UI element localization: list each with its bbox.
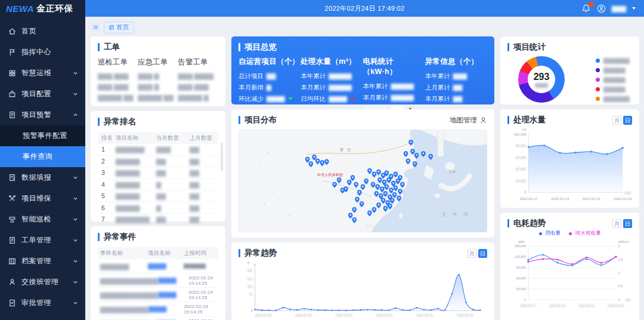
card-project-overview: 项目总览 自运营项目（个）总计项目▇▇本月新增▇环比减少▇▇▇▇处理水量（m³）… [231,36,494,104]
rank-number: 3 [98,169,116,176]
breadcrumb-tab-home[interactable]: 首页 [104,21,134,33]
card-work-order: 工单 巡检工单▇▇▇ ▇▇▇▇▇▇ ▇▇▇▇▇▇▇▇ ▇▇应急工单▇▇▇ ▇▇▇… [91,36,225,106]
chevron-down-icon [73,238,78,243]
table-scrollbar[interactable] [221,142,223,171]
masked-value: ▇▇▇ ▇ [138,72,178,79]
svg-text:150,000: 150,000 [515,244,526,248]
masked-count: ▇▇ [156,216,190,223]
username[interactable]: ▇▇▇ [612,5,626,12]
map-manage-link[interactable]: 地图管理 [450,116,487,125]
legend-item: ▇▇▇▇▇▇ [596,96,630,102]
chevron-down-icon [73,196,78,201]
masked-count: ▇▇ [156,158,190,165]
toggle-month-button[interactable]: 月 [612,219,621,228]
sidebar-item-command-center[interactable]: 指挥中心 [0,42,85,63]
masked-project-link[interactable]: ▇▇▇▇ [148,306,184,312]
table-row[interactable]: ▇▇▇▇▇▇▇▇▇▇▇▇▇▇2022-02-24 19:14:25 [98,302,218,316]
masked-count: ▇▇ [156,169,190,176]
sidebar-item-label: 智能巡检 [21,214,73,224]
toggle-day-button[interactable]: 日 [623,219,632,228]
legend-dot [596,87,600,91]
chevron-down-icon [73,70,78,76]
table-row[interactable]: 3▇▇▇▇▇▇▇▇▇ [98,167,218,179]
notification-bell-icon[interactable] [581,4,591,13]
sidebar-item-data-report[interactable]: 数据填报 [0,167,85,188]
masked-project-name: ▇▇▇▇▇ [116,204,156,211]
sidebar-item-project-config[interactable]: 项目配置 [0,84,85,104]
svg-text:2022-02-23: 2022-02-23 [614,197,632,201]
sidebar-subitem-warning-event-config[interactable]: 预警事件配置 [0,125,85,146]
doc-icon [8,111,16,119]
masked-project-link[interactable]: ▇▇▇▇ [158,291,188,298]
masked-value: ▇▇▇ ▇▇▇ [98,83,138,90]
sidebar-item-smart-ops[interactable]: 智慧运维 [0,63,85,84]
toggle-day-button[interactable]: 日 [478,249,487,258]
table-row[interactable]: ▇▇▇▇▇▇▇▇▇▇▇▇▇▇▇▇2022-02-24 19:14:25 [98,288,218,302]
sidebar-item-project-warning[interactable]: 项目预警 [0,104,85,125]
logo-company-name: 金正环保 [36,3,73,14]
rank-number: 7 [98,216,116,223]
user-avatar-icon[interactable] [597,4,606,13]
table-row[interactable]: 7▇▇▇▇▇▇▇▇▇▇▇ [98,214,218,226]
masked-count: ▇▇ [190,181,218,188]
sidebar-item-archive-mgmt[interactable]: 档案管理 [0,251,85,272]
project-stats-donut-chart: 293 ▇▇▇▇ [518,56,565,103]
sidebar-item-approval-mgmt[interactable]: 审批管理 [0,293,85,313]
collapse-sidebar-icon[interactable] [91,23,100,32]
masked-legend-label: ▇▇▇▇▇ [603,67,626,73]
masked-value: ▇ [267,84,271,91]
masked-count: ▇▇ [190,169,218,176]
work-order-column: 巡检工单▇▇▇ ▇▇▇▇▇▇ ▇▇▇▇▇▇▇▇ ▇▇ [98,57,138,104]
person-icon [8,278,16,286]
sidebar-item-home[interactable]: 首页 [0,21,85,42]
svg-text:2022-02-19: 2022-02-19 [549,304,565,307]
overview-section: 异常信息（个）本年累计▇▇▇上月累计▇▇本月累计▇▇ [425,57,487,115]
user-menu-caret-icon[interactable] [632,7,636,10]
masked-value: ▇▇ [267,73,275,79]
bag-icon [8,90,16,98]
table-row[interactable]: 4▇▇▇▇▇▇▇▇ [98,179,218,191]
masked-value: ▇▇ [453,96,462,102]
table-row[interactable]: 5▇▇▇▇▇▇▇▇▇ [98,190,218,202]
card-power-trend: 电耗趋势 月 日 用电量吨水耗电量 kWhkWh/m³150,000120,00… [500,213,639,320]
report-time: 2022-02-24 19:14:25 [188,275,218,286]
power-chart-legend: 用电量吨水耗电量 [507,230,632,237]
svg-text:2022-02-17: 2022-02-17 [520,304,536,307]
masked-project-link[interactable]: ▇▇▇▇ [158,277,188,284]
work-order-type-label: 告警工单 [178,57,218,67]
card-title: 异常排名 [98,116,218,127]
svg-text:kWh: kWh [518,240,525,244]
card-project-stats: 项目统计 293 ▇▇▇▇ ▇▇▇▇▇▇▇▇▇▇▇▇▇▇▇▇▇▇▇▇▇▇▇▇▇▇… [500,36,639,104]
overview-section-heading: 异常信息（个） [425,57,487,67]
table-row[interactable]: ▇▇▇▇▇▇▇▇▇▇▇▇▇▇▇▇2022-02-24 19:14:24 [98,316,218,320]
sidebar-item-label: 数据填报 [21,173,73,183]
sidebar-item-workorder-mgmt[interactable]: 工单管理 [0,230,85,251]
flag-icon [8,48,16,56]
sidebar-subitem-event-query[interactable]: 事件查询 [0,146,85,167]
svg-text:90,000: 90,000 [516,266,526,269]
sidebar-item-shift-mgmt[interactable]: 交接班管理 [0,272,85,293]
doc-check-icon [8,299,16,307]
table-row[interactable]: 6▇▇▇▇▇▇▇▇ [98,202,218,214]
legend-item: ▇▇▇▇▇ [596,76,630,83]
card-title: 处理水量 [507,115,546,125]
sidebar-item-smart-patrol[interactable]: 智能巡检 [0,209,85,230]
sidebar: NEWA 金正环保 首页指挥中心智慧运维项目配置项目预警预警事件配置事件查询数据… [0,0,85,320]
masked-project-link[interactable]: ▇▇▇▇ [148,263,184,269]
sidebar-item-label: 项目维保 [21,193,73,204]
table-row[interactable]: 2▇▇▇▇▇▇▇▇▇ [98,156,218,168]
sidebar-item-project-maintain[interactable]: 项目维保 [0,188,85,209]
svg-text:0.5: 0.5 [618,284,623,288]
table-row[interactable]: ▇▇▇▇▇▇▇▇▇▇▇▇▇▇▇▇ [98,259,218,273]
toggle-month-button[interactable]: 月 [467,249,476,258]
chevron-up-icon [73,112,78,118]
toggle-day-button[interactable]: 日 [623,116,632,125]
table-row[interactable]: 1▇▇▇▇▇▇▇▇▇▇▇ [98,144,218,156]
table-row[interactable]: ▇▇▇▇▇▇▇▇▇▇▇▇▇▇▇▇2022-02-24 19:14:25 [98,273,218,288]
masked-legend-label: ▇▇▇▇▇ [603,76,626,83]
rank-number: 5 [98,192,116,199]
masked-count: ▇▇ [190,216,218,223]
china-project-map[interactable]: 蒙 古日本太 平 洋中华人民共和国 [239,130,487,232]
svg-text:2022-01-30: 2022-01-30 [295,313,312,317]
toggle-month-button[interactable]: 月 [612,116,621,125]
